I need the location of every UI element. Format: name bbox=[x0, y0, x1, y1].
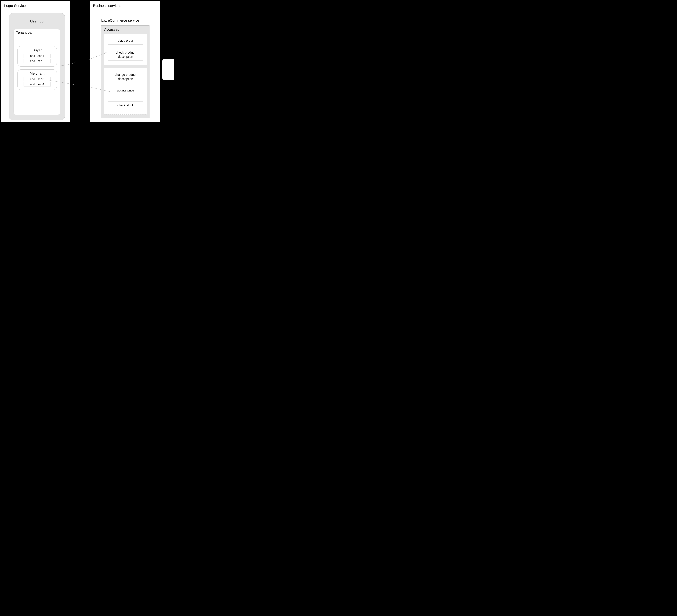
accesses-title: Accesses bbox=[101, 26, 149, 32]
end-user-4: end user 4 bbox=[24, 82, 51, 87]
business-services-panel: Business services baz eCommerce service … bbox=[90, 1, 160, 122]
tenant-bar-box: Tenant bar Buyer end user 1 end user 2 M… bbox=[13, 29, 60, 115]
change-product-description-action: change product description bbox=[108, 71, 143, 83]
place-order-action: place order bbox=[108, 37, 143, 45]
merchant-access-group: change product description update price … bbox=[104, 68, 147, 114]
end-user-1: end user 1 bbox=[24, 54, 51, 58]
logto-service-title: Logto Service bbox=[1, 1, 70, 8]
user-foo-title: User foo bbox=[9, 13, 65, 23]
accesses-box: Accesses place order check product descr… bbox=[101, 26, 149, 118]
baz-service-box: baz eCommerce service Accesses place ord… bbox=[98, 15, 153, 120]
offscreen-panel-stub bbox=[162, 59, 174, 80]
buyer-access-group: place order check product description bbox=[104, 34, 147, 66]
merchant-role-box: Merchant end user 3 end user 4 bbox=[17, 69, 57, 90]
check-product-description-action: check product description bbox=[108, 49, 143, 61]
buyer-role-box: Buyer end user 1 end user 2 bbox=[17, 46, 57, 66]
baz-service-title: baz eCommerce service bbox=[98, 15, 153, 22]
end-user-2: end user 2 bbox=[24, 59, 51, 63]
end-user-3: end user 3 bbox=[24, 77, 51, 81]
buyer-role-title: Buyer bbox=[17, 46, 57, 54]
check-stock-action: check stock bbox=[108, 101, 143, 109]
tenant-bar-title: Tenant bar bbox=[14, 29, 60, 35]
update-price-action: update price bbox=[108, 87, 143, 94]
business-services-title: Business services bbox=[90, 1, 160, 8]
merchant-role-title: Merchant bbox=[17, 69, 57, 77]
logto-service-panel: Logto Service User foo Tenant bar Buyer … bbox=[1, 1, 71, 122]
user-foo-box: User foo Tenant bar Buyer end user 1 end… bbox=[9, 13, 65, 120]
